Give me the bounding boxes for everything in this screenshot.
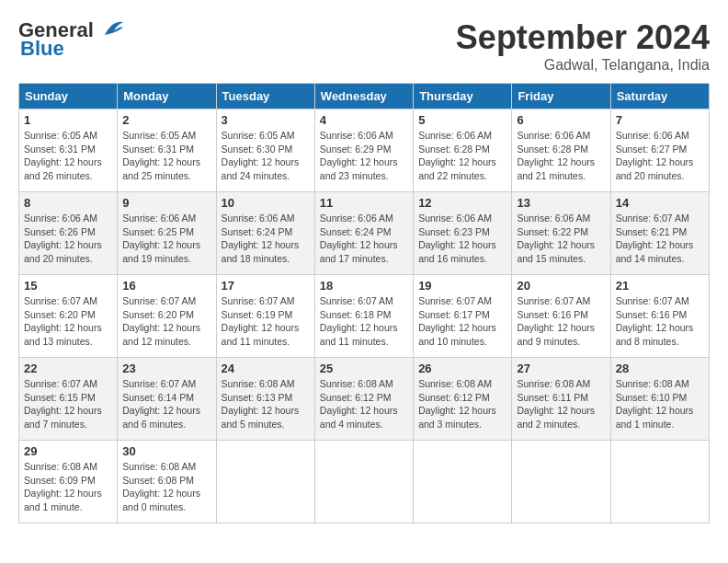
day-number: 30 [122, 444, 210, 458]
calendar-cell: 11Sunrise: 6:06 AM Sunset: 6:24 PM Dayli… [314, 192, 413, 275]
day-detail: Sunrise: 6:07 AM Sunset: 6:20 PM Dayligh… [122, 294, 210, 349]
calendar-cell: 29Sunrise: 6:08 AM Sunset: 6:09 PM Dayli… [19, 441, 118, 523]
day-detail: Sunrise: 6:07 AM Sunset: 6:19 PM Dayligh… [222, 294, 310, 349]
day-detail: Sunrise: 6:08 AM Sunset: 6:11 PM Dayligh… [517, 377, 605, 431]
day-number: 14 [616, 196, 704, 210]
day-number: 28 [616, 362, 704, 375]
day-detail: Sunrise: 6:06 AM Sunset: 6:26 PM Dayligh… [24, 212, 112, 266]
calendar-cell: 1Sunrise: 6:05 AM Sunset: 6:31 PM Daylig… [19, 109, 118, 192]
day-detail: Sunrise: 6:06 AM Sunset: 6:25 PM Dayligh… [122, 212, 210, 266]
header-tuesday: Tuesday [216, 84, 314, 109]
calendar-header-row: SundayMondayTuesdayWednesdayThursdayFrid… [19, 84, 710, 109]
day-number: 21 [616, 279, 704, 293]
day-detail: Sunrise: 6:07 AM Sunset: 6:16 PM Dayligh… [616, 294, 704, 349]
logo-blue: Blue [20, 37, 64, 61]
day-number: 25 [320, 362, 408, 375]
day-number: 19 [418, 279, 506, 293]
logo-bird-icon [96, 18, 125, 39]
calendar-cell [314, 441, 413, 523]
day-number: 18 [320, 279, 408, 293]
day-detail: Sunrise: 6:08 AM Sunset: 6:12 PM Dayligh… [320, 377, 408, 431]
day-detail: Sunrise: 6:06 AM Sunset: 6:23 PM Dayligh… [418, 212, 506, 266]
day-detail: Sunrise: 6:06 AM Sunset: 6:28 PM Dayligh… [418, 129, 506, 183]
calendar-cell: 4Sunrise: 6:06 AM Sunset: 6:29 PM Daylig… [314, 109, 413, 192]
day-detail: Sunrise: 6:07 AM Sunset: 6:17 PM Dayligh… [418, 294, 506, 349]
day-number: 4 [320, 113, 408, 127]
day-number: 29 [24, 444, 112, 458]
calendar-cell [610, 441, 709, 523]
calendar-cell [414, 441, 512, 523]
title-area: September 2024 Gadwal, Telangana, India [456, 18, 710, 74]
calendar-cell: 5Sunrise: 6:06 AM Sunset: 6:28 PM Daylig… [414, 109, 512, 192]
header-monday: Monday [118, 84, 216, 109]
day-number: 26 [418, 362, 506, 375]
header: General Blue September 2024 Gadwal, Tela… [18, 18, 710, 74]
calendar-cell: 22Sunrise: 6:07 AM Sunset: 6:15 PM Dayli… [19, 358, 118, 441]
header-thursday: Thursday [414, 84, 512, 109]
calendar-subtitle: Gadwal, Telangana, India [456, 57, 710, 74]
calendar-table: SundayMondayTuesdayWednesdayThursdayFrid… [18, 83, 710, 523]
calendar-cell: 28Sunrise: 6:08 AM Sunset: 6:10 PM Dayli… [610, 358, 709, 441]
day-detail: Sunrise: 6:05 AM Sunset: 6:31 PM Dayligh… [24, 129, 112, 183]
calendar-cell: 25Sunrise: 6:08 AM Sunset: 6:12 PM Dayli… [314, 358, 413, 441]
calendar-cell: 8Sunrise: 6:06 AM Sunset: 6:26 PM Daylig… [19, 192, 118, 275]
day-number: 24 [222, 362, 310, 375]
calendar-cell [512, 441, 610, 523]
calendar-cell: 20Sunrise: 6:07 AM Sunset: 6:16 PM Dayli… [512, 275, 610, 358]
calendar-title: September 2024 [456, 18, 710, 57]
day-number: 2 [122, 113, 210, 127]
day-number: 10 [222, 196, 310, 210]
day-number: 13 [517, 196, 605, 210]
day-detail: Sunrise: 6:05 AM Sunset: 6:30 PM Dayligh… [222, 129, 310, 183]
day-number: 1 [24, 113, 112, 127]
calendar-cell: 7Sunrise: 6:06 AM Sunset: 6:27 PM Daylig… [610, 109, 709, 192]
calendar-cell: 9Sunrise: 6:06 AM Sunset: 6:25 PM Daylig… [118, 192, 216, 275]
calendar-cell: 21Sunrise: 6:07 AM Sunset: 6:16 PM Dayli… [610, 275, 709, 358]
day-number: 20 [517, 279, 605, 293]
calendar-cell: 24Sunrise: 6:08 AM Sunset: 6:13 PM Dayli… [216, 358, 314, 441]
day-detail: Sunrise: 6:08 AM Sunset: 6:08 PM Dayligh… [122, 460, 210, 514]
day-detail: Sunrise: 6:07 AM Sunset: 6:20 PM Dayligh… [24, 294, 112, 349]
day-detail: Sunrise: 6:05 AM Sunset: 6:31 PM Dayligh… [122, 129, 210, 183]
day-number: 9 [122, 196, 210, 210]
calendar-week-row: 22Sunrise: 6:07 AM Sunset: 6:15 PM Dayli… [19, 358, 710, 441]
calendar-cell: 30Sunrise: 6:08 AM Sunset: 6:08 PM Dayli… [118, 441, 216, 523]
day-detail: Sunrise: 6:07 AM Sunset: 6:16 PM Dayligh… [517, 294, 605, 349]
header-sunday: Sunday [19, 84, 118, 109]
calendar-cell: 2Sunrise: 6:05 AM Sunset: 6:31 PM Daylig… [118, 109, 216, 192]
calendar-cell: 6Sunrise: 6:06 AM Sunset: 6:28 PM Daylig… [512, 109, 610, 192]
day-number: 17 [222, 279, 310, 293]
day-number: 23 [122, 362, 210, 375]
day-detail: Sunrise: 6:08 AM Sunset: 6:10 PM Dayligh… [616, 377, 704, 431]
day-detail: Sunrise: 6:06 AM Sunset: 6:24 PM Dayligh… [222, 212, 310, 266]
day-number: 11 [320, 196, 408, 210]
header-wednesday: Wednesday [314, 84, 413, 109]
calendar-cell: 10Sunrise: 6:06 AM Sunset: 6:24 PM Dayli… [216, 192, 314, 275]
calendar-cell: 13Sunrise: 6:06 AM Sunset: 6:22 PM Dayli… [512, 192, 610, 275]
calendar-cell: 16Sunrise: 6:07 AM Sunset: 6:20 PM Dayli… [118, 275, 216, 358]
calendar-week-row: 8Sunrise: 6:06 AM Sunset: 6:26 PM Daylig… [19, 192, 710, 275]
calendar-week-row: 15Sunrise: 6:07 AM Sunset: 6:20 PM Dayli… [19, 275, 710, 358]
day-number: 27 [517, 362, 605, 375]
day-number: 7 [616, 113, 704, 127]
day-detail: Sunrise: 6:06 AM Sunset: 6:24 PM Dayligh… [320, 212, 408, 266]
calendar-week-row: 1Sunrise: 6:05 AM Sunset: 6:31 PM Daylig… [19, 109, 710, 192]
day-number: 5 [418, 113, 506, 127]
day-number: 6 [517, 113, 605, 127]
calendar-cell: 26Sunrise: 6:08 AM Sunset: 6:12 PM Dayli… [414, 358, 512, 441]
day-detail: Sunrise: 6:08 AM Sunset: 6:13 PM Dayligh… [222, 377, 310, 431]
calendar-cell: 3Sunrise: 6:05 AM Sunset: 6:30 PM Daylig… [216, 109, 314, 192]
calendar-cell: 19Sunrise: 6:07 AM Sunset: 6:17 PM Dayli… [414, 275, 512, 358]
day-detail: Sunrise: 6:07 AM Sunset: 6:15 PM Dayligh… [24, 377, 112, 431]
day-number: 12 [418, 196, 506, 210]
calendar-cell: 18Sunrise: 6:07 AM Sunset: 6:18 PM Dayli… [314, 275, 413, 358]
day-detail: Sunrise: 6:07 AM Sunset: 6:14 PM Dayligh… [122, 377, 210, 431]
calendar-cell: 12Sunrise: 6:06 AM Sunset: 6:23 PM Dayli… [414, 192, 512, 275]
day-number: 15 [24, 279, 112, 293]
day-detail: Sunrise: 6:07 AM Sunset: 6:18 PM Dayligh… [320, 294, 408, 349]
calendar-cell: 17Sunrise: 6:07 AM Sunset: 6:19 PM Dayli… [216, 275, 314, 358]
calendar-week-row: 29Sunrise: 6:08 AM Sunset: 6:09 PM Dayli… [19, 441, 710, 523]
day-number: 8 [24, 196, 112, 210]
calendar-cell: 14Sunrise: 6:07 AM Sunset: 6:21 PM Dayli… [610, 192, 709, 275]
day-number: 3 [222, 113, 310, 127]
